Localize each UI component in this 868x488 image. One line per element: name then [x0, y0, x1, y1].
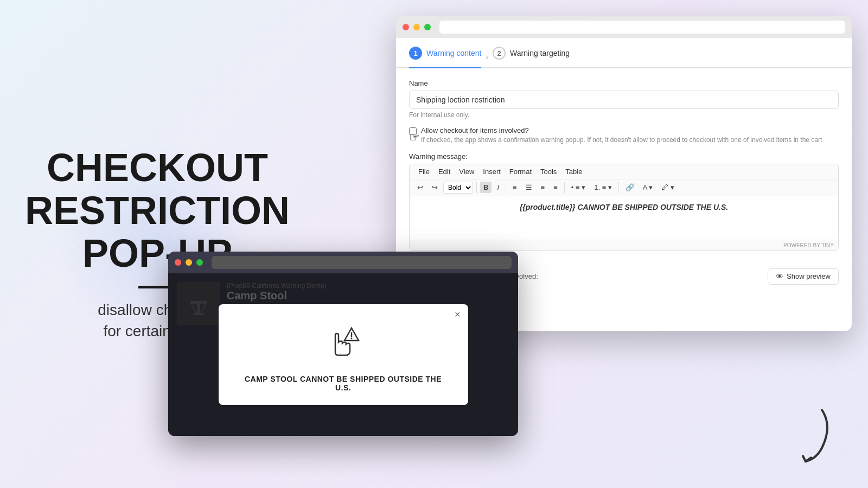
menu-file[interactable]: File: [414, 166, 434, 177]
svg-point-7: [350, 338, 352, 339]
show-preview-label: Show preview: [787, 272, 831, 280]
font-family-select[interactable]: Bold: [443, 182, 473, 194]
link-button[interactable]: 🔗: [622, 182, 637, 193]
popup-bg: (Prop65 California Warning Demo) Camp St…: [168, 273, 518, 436]
undo-button[interactable]: ↩: [414, 182, 426, 193]
traffic-light-green[interactable]: [424, 24, 431, 30]
title-line1: CHECKOUT: [47, 146, 268, 189]
popup-traffic-light-green[interactable]: [196, 259, 203, 266]
popup-browser-toolbar: [168, 252, 518, 273]
italic-button[interactable]: I: [494, 182, 502, 193]
redo-button[interactable]: ↪: [429, 182, 441, 193]
allow-checkout-checkbox[interactable]: [409, 127, 417, 135]
editor-menubar: File Edit View Insert Format Tools Table: [410, 164, 838, 179]
eye-icon: 👁: [776, 272, 783, 281]
align-right-button[interactable]: ≡: [538, 182, 548, 193]
toolbar-separator-4: [618, 182, 619, 193]
checkbox-row: ☞ Allow checkout for items involved? If …: [409, 126, 839, 145]
checkbox-sublabel: If checked, the app shows a confirmation…: [421, 136, 822, 145]
warning-icon: [236, 322, 451, 366]
step-1-number: 1: [409, 47, 422, 60]
step-chevron: ›: [486, 53, 488, 61]
step-1-label: Warning content: [426, 49, 481, 57]
toolbar-separator-3: [564, 182, 565, 193]
menu-view[interactable]: View: [455, 166, 478, 177]
step-2-number: 2: [493, 47, 506, 60]
menu-table[interactable]: Table: [561, 166, 586, 177]
traffic-light-red[interactable]: [403, 24, 409, 30]
name-input[interactable]: [409, 91, 839, 109]
editor-content: {{product.title}} CANNOT BE SHIPPED OUTS…: [416, 203, 832, 211]
main-browser-toolbar: [396, 16, 852, 38]
bullet-list-button[interactable]: • ≡ ▾: [568, 182, 589, 193]
highlight-button[interactable]: 🖊 ▾: [658, 182, 678, 193]
traffic-light-yellow[interactable]: [413, 24, 420, 30]
title-line2: RESTRICTION: [25, 189, 290, 232]
name-label: Name: [409, 79, 839, 87]
checkbox-label: Allow checkout for items involved?: [421, 126, 822, 134]
menu-insert[interactable]: Insert: [478, 166, 505, 177]
toolbar-separator-2: [506, 182, 506, 193]
numbered-list-button[interactable]: 1. ≡ ▾: [591, 182, 615, 193]
url-bar[interactable]: [439, 21, 845, 34]
popup-traffic-light-yellow[interactable]: [186, 259, 192, 266]
bold-button[interactable]: B: [480, 182, 492, 193]
popup-browser-window: (Prop65 California Warning Demo) Camp St…: [168, 252, 518, 436]
form-area: Name For internal use only. ☞ Allow chec…: [396, 68, 852, 262]
powered-by: POWERED BY TINY: [410, 240, 838, 251]
arrow-decoration: [773, 399, 838, 466]
popup-traffic-light-red[interactable]: [175, 259, 181, 266]
align-center-button[interactable]: ☰: [522, 182, 535, 193]
show-preview-button[interactable]: 👁 Show preview: [768, 268, 839, 285]
justify-button[interactable]: ≡: [550, 182, 561, 193]
modal-close-button[interactable]: ×: [455, 310, 461, 319]
name-helper: For internal use only.: [409, 111, 839, 119]
toolbar-separator-1: [476, 182, 477, 193]
modal-overlay: × Camp Stool CANNOT BE SHIPPED: [168, 273, 518, 436]
steps-bar: 1 Warning content › 2 Warning targeting: [396, 38, 852, 68]
step-1[interactable]: 1 Warning content: [409, 47, 481, 68]
step-2-label: Warning targeting: [510, 49, 570, 57]
align-left-button[interactable]: ≡: [509, 182, 520, 193]
menu-format[interactable]: Format: [505, 166, 536, 177]
font-color-button[interactable]: A ▾: [640, 182, 656, 193]
modal-message: Camp Stool CANNOT BE SHIPPED OUTSIDE THE…: [236, 375, 451, 392]
warning-message-label: Warning message:: [409, 152, 839, 160]
editor-toolbar: ↩ ↪ Bold B I ≡ ☰ ≡ ≡ • ≡ ▾ 1. ≡ ▾: [410, 179, 838, 196]
editor-container: File Edit View Insert Format Tools Table…: [409, 164, 839, 251]
menu-edit[interactable]: Edit: [434, 166, 455, 177]
popup-url-bar[interactable]: [212, 256, 512, 269]
menu-tools[interactable]: Tools: [536, 166, 561, 177]
warning-modal: × Camp Stool CANNOT BE SHIPPED: [219, 304, 468, 405]
step-2[interactable]: 2 Warning targeting: [493, 47, 570, 67]
editor-body[interactable]: {{product.title}} CANNOT BE SHIPPED OUTS…: [410, 196, 838, 240]
